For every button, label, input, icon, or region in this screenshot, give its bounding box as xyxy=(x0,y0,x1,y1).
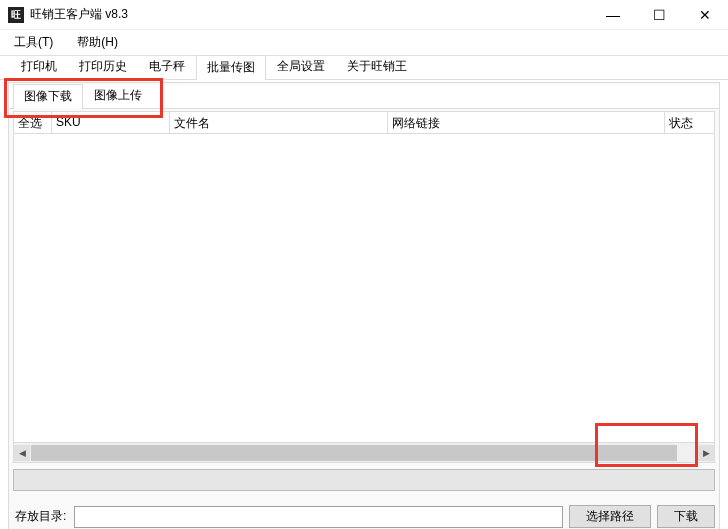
col-file-name[interactable]: 文件名 xyxy=(170,112,388,133)
progress-bar xyxy=(13,469,715,491)
minimize-button[interactable]: — xyxy=(590,0,636,29)
col-select-all[interactable]: 全选 xyxy=(14,112,52,133)
menu-tools[interactable]: 工具(T) xyxy=(10,32,57,53)
sub-tabstrip: 图像下载 图像上传 xyxy=(9,85,719,109)
table-header: 全选 SKU 文件名 网络链接 状态 xyxy=(14,112,714,134)
save-dir-label: 存放目录: xyxy=(13,508,68,525)
save-dir-row: 存放目录: 选择路径 下载 xyxy=(13,505,715,528)
content-panel: 图像下载 图像上传 全选 SKU 文件名 网络链接 状态 ◀ ▶ 存放目录: 选… xyxy=(8,82,720,529)
main-tabstrip: 打印机 打印历史 电子秤 批量传图 全局设置 关于旺销王 xyxy=(0,56,728,80)
menu-help[interactable]: 帮助(H) xyxy=(73,32,122,53)
table-body xyxy=(14,134,714,442)
scroll-thumb[interactable] xyxy=(31,445,677,461)
scroll-track[interactable] xyxy=(31,445,697,461)
col-sku[interactable]: SKU xyxy=(52,112,170,133)
tab-about[interactable]: 关于旺销王 xyxy=(336,54,418,79)
close-button[interactable]: ✕ xyxy=(682,0,728,29)
window-title: 旺销王客户端 v8.3 xyxy=(30,6,128,23)
download-button[interactable]: 下载 xyxy=(657,505,715,528)
tab-scale[interactable]: 电子秤 xyxy=(138,54,196,79)
menu-bar: 工具(T) 帮助(H) xyxy=(0,30,728,56)
col-network-link[interactable]: 网络链接 xyxy=(388,112,665,133)
horizontal-scrollbar[interactable]: ◀ ▶ xyxy=(14,442,714,462)
app-icon: 旺 xyxy=(8,7,24,23)
image-table-panel: 全选 SKU 文件名 网络链接 状态 ◀ ▶ xyxy=(13,111,715,463)
tab-batch-image[interactable]: 批量传图 xyxy=(196,55,266,80)
tab-printer[interactable]: 打印机 xyxy=(10,54,68,79)
title-bar: 旺 旺销王客户端 v8.3 — ☐ ✕ xyxy=(0,0,728,30)
subtab-image-download[interactable]: 图像下载 xyxy=(13,84,83,109)
tab-print-history[interactable]: 打印历史 xyxy=(68,54,138,79)
scroll-left-icon[interactable]: ◀ xyxy=(14,445,30,461)
col-status[interactable]: 状态 xyxy=(665,112,714,133)
save-dir-input[interactable] xyxy=(74,506,563,528)
choose-path-button[interactable]: 选择路径 xyxy=(569,505,651,528)
maximize-button[interactable]: ☐ xyxy=(636,0,682,29)
scroll-right-icon[interactable]: ▶ xyxy=(698,445,714,461)
subtab-image-upload[interactable]: 图像上传 xyxy=(83,83,153,108)
tab-global-settings[interactable]: 全局设置 xyxy=(266,54,336,79)
